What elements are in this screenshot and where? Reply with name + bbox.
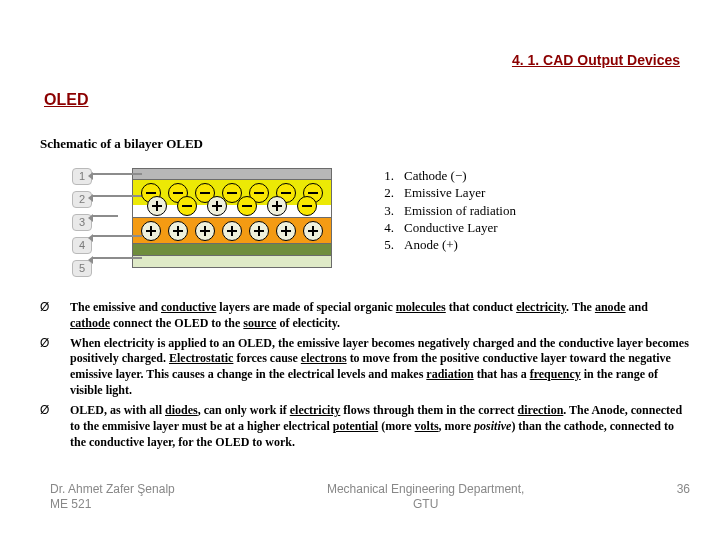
legend: 1. Cathode (−) 2. Emissive Layer 3. Emis… — [376, 168, 516, 254]
bullet-list: Ø The emissive and conductive layers are… — [40, 300, 690, 454]
minus-icon — [141, 183, 161, 203]
legend-text: Anode (+) — [404, 237, 458, 253]
bullet-marker-icon: Ø — [40, 336, 70, 399]
plus-icon — [276, 221, 296, 241]
bullet-item: Ø When electricity is applied to an OLED… — [40, 336, 690, 399]
oled-diagram — [100, 168, 332, 268]
plus-icon — [249, 221, 269, 241]
subtitle: Schematic of a bilayer OLED — [40, 136, 203, 152]
legend-num: 1. — [376, 168, 394, 184]
legend-num: 4. — [376, 220, 394, 236]
bullet-text: When electricity is applied to an OLED, … — [70, 336, 690, 399]
layer-cathode — [133, 169, 331, 179]
layer-emissive — [133, 179, 331, 205]
bullet-item: Ø OLED, as with all diodes, can only wor… — [40, 403, 690, 450]
legend-num: 3. — [376, 203, 394, 219]
layer-substrate — [133, 255, 331, 267]
minus-icon — [249, 183, 269, 203]
layer-conductive — [133, 217, 331, 243]
bullet-item: Ø The emissive and conductive layers are… — [40, 300, 690, 332]
legend-item: 1. Cathode (−) — [376, 168, 516, 184]
minus-icon — [222, 183, 242, 203]
breadcrumb: 4. 1. CAD Output Devices — [512, 52, 680, 70]
legend-text: Conductive Layer — [404, 220, 498, 236]
plus-icon — [141, 221, 161, 241]
legend-text: Emission of radiation — [404, 203, 516, 219]
bullet-marker-icon: Ø — [40, 300, 70, 332]
legend-text: Cathode (−) — [404, 168, 467, 184]
page-title: OLED — [44, 90, 88, 110]
layer-stack — [132, 168, 332, 268]
legend-num: 2. — [376, 185, 394, 201]
legend-text: Emissive Layer — [404, 185, 485, 201]
layer-radiation-gap — [133, 205, 331, 217]
plus-icon — [195, 221, 215, 241]
page-number: 36 — [677, 482, 690, 497]
legend-item: 2. Emissive Layer — [376, 185, 516, 201]
minus-icon — [195, 183, 215, 203]
bullet-text: The emissive and conductive layers are m… — [70, 300, 690, 332]
layer-anode — [133, 243, 331, 255]
legend-item: 5. Anode (+) — [376, 237, 516, 253]
footer-dept: Mechanical Engineering Department, GTU — [175, 482, 677, 512]
minus-icon — [303, 183, 323, 203]
minus-icon — [168, 183, 188, 203]
footer-author: Dr. Ahmet Zafer Şenalp ME 521 — [30, 482, 175, 512]
legend-item: 4. Conductive Layer — [376, 220, 516, 236]
bullet-marker-icon: Ø — [40, 403, 70, 450]
minus-icon — [276, 183, 296, 203]
footer: Dr. Ahmet Zafer Şenalp ME 521 Mechanical… — [0, 482, 720, 512]
plus-icon — [303, 221, 323, 241]
bullet-text: OLED, as with all diodes, can only work … — [70, 403, 690, 450]
plus-icon — [222, 221, 242, 241]
slide: 4. 1. CAD Output Devices OLED Schematic … — [0, 0, 720, 540]
plus-icon — [168, 221, 188, 241]
legend-item: 3. Emission of radiation — [376, 203, 516, 219]
legend-num: 5. — [376, 237, 394, 253]
